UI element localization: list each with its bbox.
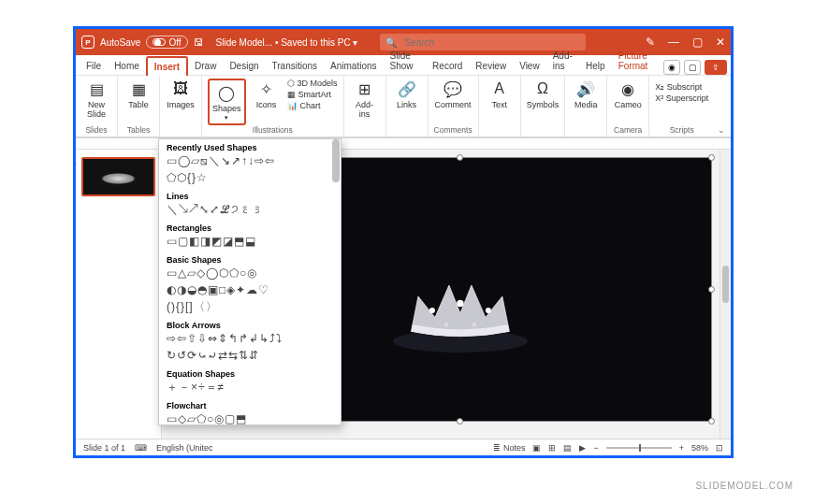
search-icon: 🔍 <box>385 37 397 48</box>
autosave-toggle[interactable]: Off <box>146 36 187 49</box>
shapes-row[interactable]: ▭△▱◇◯⬡⬠○◎ <box>159 266 341 283</box>
comment-icon: 💬 <box>443 79 463 99</box>
shapes-row[interactable]: ⬠⬡{}☆ <box>159 171 341 188</box>
minimize-button[interactable]: — <box>668 36 679 49</box>
tab-slideshow[interactable]: Slide Show <box>384 47 427 75</box>
dropdown-scrollbar[interactable] <box>332 139 340 182</box>
addins-button[interactable]: ⊞Add- ins <box>350 79 380 119</box>
thumbnail-pane[interactable]: 1 <box>76 138 162 439</box>
new-slide-icon: ▤ <box>86 79 107 99</box>
cube-icon: ⬡ <box>287 79 295 88</box>
cameo-button[interactable]: ◉Cameo <box>613 79 643 109</box>
group-comments: 💬Comment Comments <box>429 76 479 137</box>
text-icon: A <box>489 79 510 99</box>
links-button[interactable]: 🔗Links <box>392 79 422 109</box>
shapes-row[interactable]: ⇨⇦⇧⇩⇔⇕↰↱↲↳⤴⤵ <box>159 332 341 349</box>
shapes-row[interactable]: (){}[]〈〉 <box>159 300 341 317</box>
resize-handle[interactable] <box>457 154 463 161</box>
shapes-row[interactable]: ▭◇▱⬠○◎▢⬒ <box>159 412 341 425</box>
zoom-in-button[interactable]: + <box>679 443 684 453</box>
icons-button[interactable]: ✧Icons <box>252 79 282 109</box>
view-reading-button[interactable]: ▤ <box>563 443 572 453</box>
section-flowchart: Flowchart <box>159 397 341 412</box>
vertical-scrollbar[interactable] <box>720 150 731 439</box>
shapes-dropdown[interactable]: Recently Used Shapes ▭◯▱⧅＼↘↗↑↓⇨⇦ ⬠⬡{}☆ L… <box>158 138 342 425</box>
table-button[interactable]: ▦Table <box>124 79 153 109</box>
view-slideshow-button[interactable]: ▶ <box>579 443 586 453</box>
section-lines: Lines <box>159 188 341 203</box>
group-slides: ▤ New Slide Slides <box>76 76 118 137</box>
tab-record[interactable]: Record <box>426 57 469 75</box>
zoom-slider[interactable] <box>606 447 672 449</box>
smartart-button[interactable]: ▦SmartArt <box>287 90 338 99</box>
svg-point-3 <box>486 308 491 313</box>
tab-home[interactable]: Home <box>108 57 146 75</box>
accessibility-icon[interactable]: ⌨ <box>135 443 147 453</box>
resize-handle[interactable] <box>708 154 715 161</box>
icons-icon: ✧ <box>256 79 277 99</box>
slide-thumbnail-1[interactable] <box>81 157 155 196</box>
tab-addins[interactable]: Add-ins <box>546 47 579 75</box>
tab-design[interactable]: Design <box>223 57 265 75</box>
shapes-row[interactable]: ＋－×÷＝≠ <box>159 381 341 397</box>
shapes-row[interactable]: ＼↘↗⤡⤢ℒ੭꒰꒱ <box>159 203 341 220</box>
present-button[interactable]: ▢ <box>684 60 701 75</box>
record-circle-button[interactable]: ◉ <box>663 60 680 75</box>
language-status[interactable]: English (Unitec <box>156 443 213 453</box>
resize-handle[interactable] <box>708 286 715 293</box>
section-rectangles: Rectangles <box>159 220 341 235</box>
share-button[interactable]: ⇪ <box>705 60 727 75</box>
comment-button[interactable]: 💬Comment <box>435 79 472 109</box>
svg-point-4 <box>444 323 448 326</box>
slide-counter[interactable]: Slide 1 of 1 <box>83 443 125 453</box>
svg-point-1 <box>429 308 435 313</box>
view-normal-button[interactable]: ▣ <box>532 443 541 453</box>
images-icon: 🖼 <box>170 79 191 99</box>
symbols-button[interactable]: ΩSymbols <box>527 79 560 109</box>
tab-transitions[interactable]: Transitions <box>266 57 325 75</box>
group-text: AText <box>479 76 521 137</box>
tab-draw[interactable]: Draw <box>188 57 223 75</box>
svg-point-5 <box>472 323 476 326</box>
new-slide-button[interactable]: ▤ New Slide <box>81 79 111 119</box>
tab-view[interactable]: View <box>513 57 546 75</box>
table-icon: ▦ <box>128 79 149 99</box>
subscript-button[interactable]: X₂ Subscript <box>655 82 708 92</box>
zoom-level[interactable]: 58% <box>691 443 708 453</box>
tab-insert[interactable]: Insert <box>146 56 188 76</box>
collapse-ribbon-button[interactable]: ⌄ <box>718 125 725 135</box>
view-sorter-button[interactable]: ⊞ <box>548 443 556 453</box>
3d-models-button[interactable]: ⬡3D Models <box>287 79 338 88</box>
shapes-row[interactable]: ↻↺⟳⤿⤾⇄⇆⇅⇵ <box>159 349 341 366</box>
svg-point-2 <box>457 300 463 307</box>
shapes-row[interactable]: ▭◯▱⧅＼↘↗↑↓⇨⇦ <box>159 154 341 171</box>
group-media: 🔊Media <box>565 76 607 137</box>
tab-animations[interactable]: Animations <box>324 57 383 75</box>
tab-review[interactable]: Review <box>469 57 513 75</box>
tab-help[interactable]: Help <box>579 57 612 75</box>
close-button[interactable]: ✕ <box>716 36 725 49</box>
fit-to-window-button[interactable]: ⊡ <box>716 443 723 453</box>
link-icon: 🔗 <box>397 79 417 99</box>
text-button[interactable]: AText <box>485 79 515 109</box>
ribbon: ▤ New Slide Slides ▦Table Tables 🖼Images… <box>76 76 731 137</box>
images-button[interactable]: 🖼Images <box>166 79 196 109</box>
media-button[interactable]: 🔊Media <box>571 79 601 109</box>
document-title[interactable]: Slide Model... • Saved to this PC ▾ <box>216 37 358 48</box>
notes-button[interactable]: ≣ Notes <box>493 443 525 453</box>
tab-picture-format[interactable]: Picture Format <box>612 47 663 75</box>
shapes-row[interactable]: ◐◑◒◓▣□◈✦☁♡ <box>159 283 341 300</box>
shapes-row[interactable]: ▭▢◧◨◩◪⬒⬓ <box>159 235 341 252</box>
app-icon: P <box>81 36 94 49</box>
tab-file[interactable]: File <box>80 57 108 75</box>
resize-handle[interactable] <box>708 418 715 425</box>
resize-handle[interactable] <box>457 418 463 425</box>
zoom-out-button[interactable]: − <box>593 443 598 453</box>
superscript-button[interactable]: X² Superscript <box>655 94 708 103</box>
shapes-button[interactable]: ◯Shapes▾ <box>208 79 246 125</box>
autosave-label: AutoSave <box>100 37 140 48</box>
save-icon[interactable]: 🖫 <box>194 37 203 48</box>
chart-button[interactable]: 📊Chart <box>287 101 338 110</box>
thumbnail-number: 1 <box>76 157 77 166</box>
maximize-button[interactable]: ▢ <box>692 36 703 49</box>
